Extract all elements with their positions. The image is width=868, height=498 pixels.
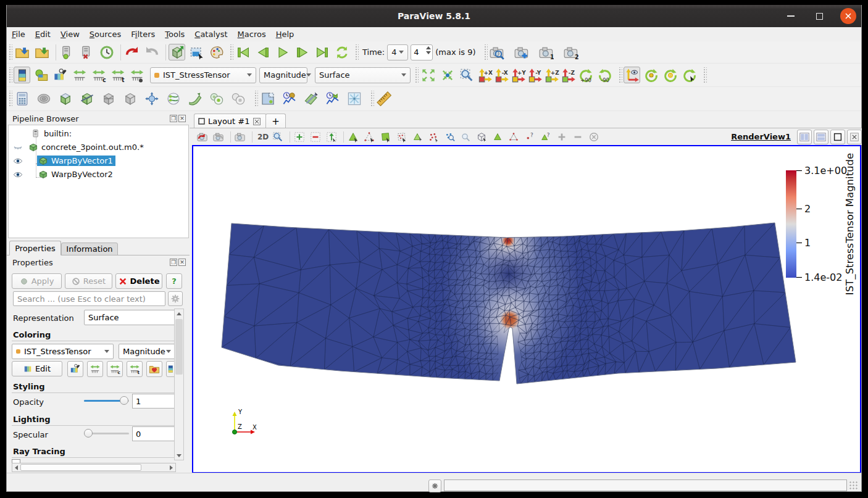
color-palette-icon[interactable] [208,44,225,60]
edit-colormap-button[interactable]: Edit [12,361,62,376]
rescale-data-icon[interactable] [87,361,103,377]
warp-by-vector-icon[interactable] [186,91,203,107]
pipeline-item-source[interactable]: concrete_3point.out.m0.* [12,142,144,152]
visibility-on-icon[interactable] [12,156,23,166]
render-view-label[interactable]: RenderView1 [731,132,791,141]
specular-slider[interactable] [84,429,129,438]
stream-tracer-icon[interactable] [165,91,182,107]
split-horizontal-icon[interactable] [797,130,812,144]
select-points-through-icon[interactable] [394,130,408,144]
menu-edit[interactable]: Edit [30,28,56,40]
select-cells-polygon-icon[interactable] [411,130,424,144]
close-pipeline-icon[interactable]: ✕ [178,115,186,122]
orientation-axes-icon[interactable] [624,67,640,83]
group-datasets-icon[interactable] [208,91,225,107]
properties-horizontal-scrollbar[interactable] [12,463,176,472]
time-frame-spinbox[interactable]: 4 [411,44,433,60]
plot-over-line-icon[interactable] [303,91,319,107]
menu-filters[interactable]: Filters [126,28,160,40]
grow-selection-icon[interactable] [325,130,338,144]
slice-icon[interactable] [78,91,95,107]
camera-zoom-icon[interactable] [489,44,506,60]
hover-points-icon[interactable] [507,130,520,144]
disconnect-server-icon[interactable] [78,44,95,60]
menu-view[interactable]: View [56,28,85,40]
warp-mode-icon[interactable] [169,44,185,60]
layout-tab[interactable]: Layout #1 [194,114,267,128]
close-button[interactable] [840,8,856,24]
view-minus-y-icon[interactable]: -Y [527,67,543,83]
undock-pipeline-icon[interactable]: ❐ [170,115,177,122]
rescale-custom-icon[interactable]: c [90,67,107,83]
add-view-icon[interactable] [555,130,569,144]
extract-subset-icon[interactable] [122,91,138,107]
zoom-box-icon[interactable] [458,67,475,83]
camera-redo-icon[interactable] [212,130,225,144]
reset-camera-icon[interactable] [420,67,436,83]
rescale-data-range-icon[interactable] [71,67,88,83]
toggle-2d-icon[interactable]: 2D [257,133,269,141]
close-properties-icon[interactable]: ✕ [178,259,186,266]
select-points-polygon-icon[interactable] [427,130,440,144]
properties-vertical-scrollbar[interactable] [174,309,184,460]
query-points-icon[interactable]: ? [523,130,536,144]
opacity-slider[interactable] [84,396,129,405]
component-combo[interactable]: Magnitude [259,67,307,83]
menu-file[interactable]: File [7,28,30,40]
coloring-component-combo[interactable]: Magnitude [119,344,175,359]
previous-frame-icon[interactable] [254,44,271,60]
delete-button[interactable]: Delete [115,273,162,289]
reset-button[interactable]: Reset [65,273,112,289]
tab-information[interactable]: Information [61,243,118,255]
pipeline-item-warpbyvector2[interactable]: WarpByVector2 [12,169,113,180]
camera-2-icon[interactable]: 2 [563,44,580,60]
select-cells-through-icon[interactable] [378,130,392,144]
selection-icon[interactable] [188,44,205,60]
edit-colormap-icon[interactable] [52,67,69,83]
interactive-select-points-icon[interactable] [475,130,488,144]
select-cells-on-icon[interactable] [346,130,360,144]
view-minus-z-icon[interactable]: -Z [561,67,576,83]
plot-selection-over-time-icon[interactable] [324,91,341,107]
probe-location-icon[interactable] [346,91,362,107]
search-input[interactable]: Search ... (use Esc to clear text) [13,291,165,306]
zoom-to-data-icon[interactable] [439,67,456,83]
search-options-gear-icon[interactable] [168,291,183,306]
hover-cells-icon[interactable] [491,130,504,144]
threshold-icon[interactable] [100,91,117,107]
last-frame-icon[interactable] [314,44,330,60]
rescale-icon[interactable] [67,361,83,377]
first-frame-icon[interactable] [235,44,251,60]
rescale-visible-icon[interactable] [128,67,145,83]
view-plus-x-icon[interactable]: +X [477,67,493,83]
menu-sources[interactable]: Sources [85,28,126,40]
new-layout-tab[interactable]: + [265,114,286,128]
rotate-90-cw-icon[interactable]: +90 [577,67,594,83]
representation-combo[interactable]: Surface [315,67,411,83]
contour-icon[interactable] [35,91,52,107]
undock-properties-icon[interactable]: ❐ [170,259,177,266]
pipeline-item-builtin[interactable]: builtin: [31,128,72,139]
connect-server-icon[interactable] [59,44,75,60]
clear-selection-icon[interactable] [587,130,601,144]
specular-value[interactable]: 0 [132,426,175,441]
add-selection-icon[interactable] [293,130,306,144]
title-bar[interactable]: ParaView 5.8.1 [7,5,861,27]
select-block-icon[interactable] [443,130,456,144]
tab-properties[interactable]: Properties [9,241,61,255]
clip-icon[interactable] [57,91,73,107]
play-icon[interactable] [274,44,291,60]
color-legend[interactable]: 3.1e+00 2 1 1.4e-02 IST_StressTensor Mag… [786,153,856,295]
camera-1-icon[interactable]: 1 [538,44,555,60]
plot-over-time-icon[interactable] [281,91,298,107]
extract-group-icon[interactable] [230,91,246,107]
pipeline-item-warpbyvector1[interactable]: WarpByVector1 [12,156,115,166]
resize-grip[interactable] [849,481,859,491]
pick-center-icon[interactable] [681,67,698,83]
save-data-icon[interactable] [33,44,50,60]
split-vertical-icon[interactable] [814,130,828,144]
ruler-icon[interactable] [375,91,392,107]
glyph-icon[interactable] [143,91,160,107]
opacity-value[interactable]: 1 [132,394,175,409]
favorites-icon[interactable] [146,361,162,377]
